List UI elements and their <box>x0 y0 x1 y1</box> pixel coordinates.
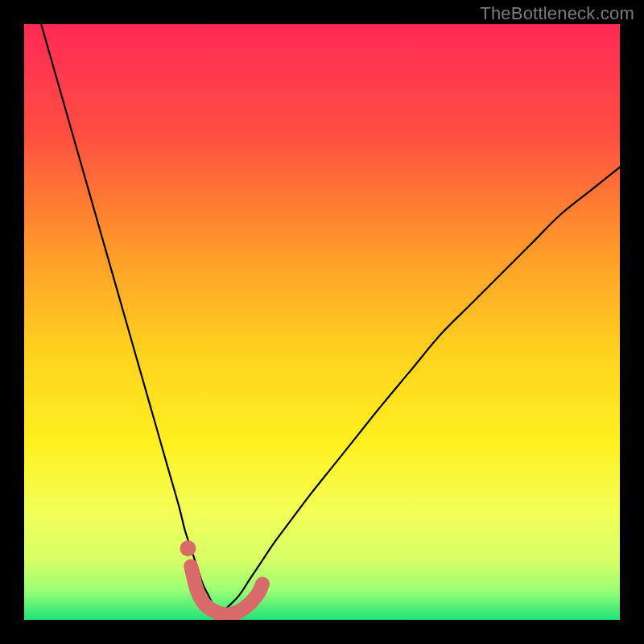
bottleneck-chart <box>24 24 620 620</box>
chart-frame: TheBottleneck.com <box>0 0 644 644</box>
gradient-background <box>24 24 620 620</box>
watermark-text: TheBottleneck.com <box>480 3 634 24</box>
highlight-dot <box>180 540 196 556</box>
